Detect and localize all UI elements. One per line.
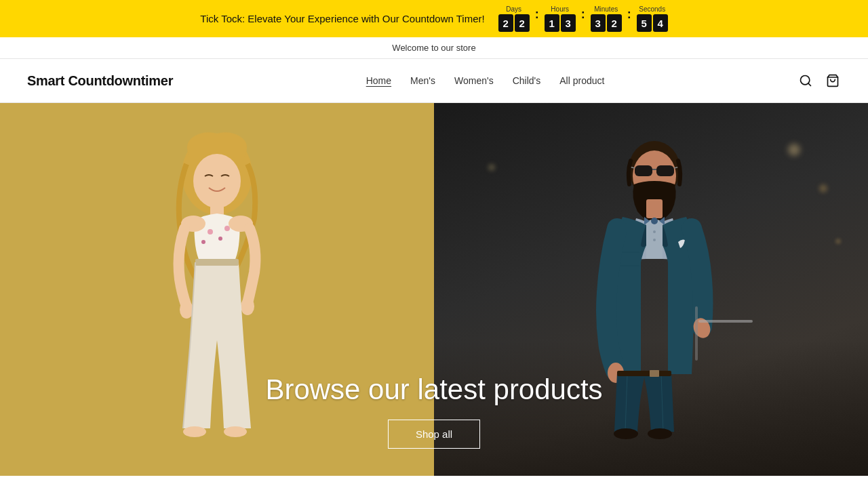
days-digit-2: 2 bbox=[515, 14, 530, 32]
nav-home[interactable]: Home bbox=[366, 75, 391, 86]
days-digit-1: 2 bbox=[498, 14, 513, 32]
seconds-label: Seconds bbox=[639, 5, 665, 13]
hero-overlay: Browse our latest products Shop all bbox=[0, 373, 868, 476]
seconds-group: Seconds 5 4 bbox=[637, 5, 668, 32]
seconds-digit-1: 5 bbox=[637, 14, 652, 32]
search-icon[interactable] bbox=[797, 73, 814, 89]
seconds-digit-2: 4 bbox=[653, 14, 668, 32]
site-header: Smart Countdowntimer Home Men's Women's … bbox=[0, 59, 868, 103]
announcement-bar: Tick Tock: Elevate Your Experience with … bbox=[0, 0, 868, 37]
hours-group: Hours 1 3 bbox=[545, 5, 576, 32]
sep-2: : bbox=[581, 7, 585, 22]
hours-digit-1: 1 bbox=[545, 14, 559, 32]
svg-rect-37 bbox=[695, 306, 698, 361]
minutes-group: Minutes 3 2 bbox=[591, 5, 622, 32]
svg-point-6 bbox=[208, 229, 213, 235]
svg-rect-14 bbox=[195, 259, 239, 266]
sep-3: : bbox=[627, 7, 631, 22]
shop-all-button[interactable]: Shop all bbox=[388, 420, 480, 449]
days-group: Days 2 2 bbox=[498, 5, 530, 32]
svg-point-9 bbox=[201, 240, 205, 244]
announcement-text: Tick Tock: Elevate Your Experience with … bbox=[200, 13, 484, 24]
welcome-text: Welcome to our store bbox=[392, 43, 475, 53]
svg-point-27 bbox=[651, 218, 658, 224]
svg-point-26 bbox=[653, 239, 656, 241]
svg-rect-20 bbox=[656, 165, 674, 176]
countdown-timer: Days 2 2 : Hours 1 3 : Minutes 3 2 : Sec… bbox=[498, 5, 668, 32]
nav-mens[interactable]: Men's bbox=[410, 75, 435, 86]
svg-rect-24 bbox=[646, 199, 663, 218]
hours-label: Hours bbox=[551, 5, 569, 13]
sep-1: : bbox=[535, 7, 539, 22]
hours-digits: 1 3 bbox=[545, 14, 576, 32]
svg-rect-19 bbox=[635, 165, 652, 176]
svg-rect-36 bbox=[698, 320, 753, 323]
svg-point-25 bbox=[653, 230, 656, 233]
seconds-digits: 5 4 bbox=[637, 14, 668, 32]
nav-childs[interactable]: Child's bbox=[513, 75, 541, 86]
main-nav: Home Men's Women's Child's All product bbox=[366, 75, 605, 86]
svg-point-12 bbox=[180, 301, 193, 319]
days-digits: 2 2 bbox=[498, 14, 530, 32]
svg-point-13 bbox=[241, 298, 254, 315]
hours-digit-2: 3 bbox=[561, 14, 576, 32]
nav-womens[interactable]: Women's bbox=[454, 75, 494, 86]
hero-section: Browse our latest products Shop all bbox=[0, 103, 868, 476]
site-logo: Smart Countdowntimer bbox=[27, 73, 173, 89]
hero-title: Browse our latest products bbox=[0, 373, 868, 406]
header-icons bbox=[797, 73, 841, 89]
svg-point-7 bbox=[218, 237, 222, 241]
minutes-digit-2: 2 bbox=[607, 14, 622, 32]
svg-point-8 bbox=[224, 226, 230, 231]
minutes-digits: 3 2 bbox=[591, 14, 622, 32]
svg-line-1 bbox=[808, 83, 811, 86]
cart-icon[interactable] bbox=[825, 73, 841, 89]
minutes-label: Minutes bbox=[594, 5, 618, 13]
days-label: Days bbox=[506, 5, 521, 13]
minutes-digit-1: 3 bbox=[591, 14, 606, 32]
nav-all-product[interactable]: All product bbox=[559, 75, 604, 86]
svg-point-4 bbox=[193, 154, 241, 208]
welcome-bar: Welcome to our store bbox=[0, 37, 868, 59]
